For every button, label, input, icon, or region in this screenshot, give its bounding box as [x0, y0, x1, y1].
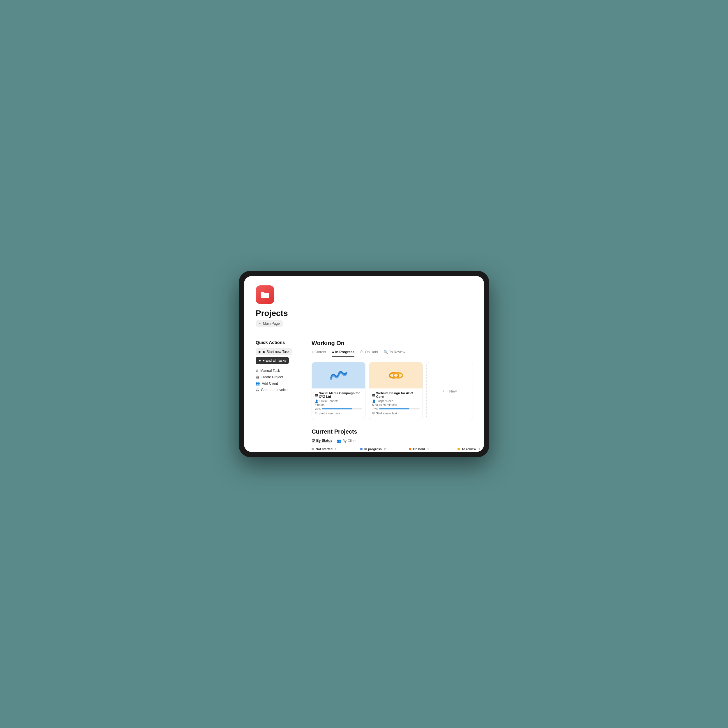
task-icon: ☑	[315, 412, 317, 415]
card-title-social: ▤ Social Media Campaign for XYZ Ltd	[315, 392, 362, 398]
working-on-cards: ▤ Social Media Campaign for XYZ Ltd 👤 Ol…	[312, 362, 484, 420]
card-progress-label-social: 75%	[315, 407, 362, 411]
card-time-website: 5 hours 30 minutes	[372, 403, 420, 407]
create-project-item[interactable]: ▤ Create Project	[256, 375, 302, 379]
status-icon: ⏱	[312, 439, 315, 443]
tab-current[interactable]: ↓ Current	[312, 350, 326, 357]
progress-bar-social	[322, 408, 362, 410]
card-image-rings	[369, 362, 422, 388]
coil-illustration	[329, 367, 349, 384]
add-client-item[interactable]: 👥 Add Client	[256, 381, 302, 385]
progress-bar-website	[379, 408, 420, 410]
quick-action-menu: ⊕ Manual Task ▤ Create Project 👥 Add Cli…	[256, 369, 302, 392]
play-icon: ▶	[258, 350, 261, 354]
tab-in-progress[interactable]: ● In Progress	[332, 350, 354, 357]
user-icon2: 👤	[372, 399, 376, 403]
invoice-icon: 🖨	[256, 388, 259, 392]
user-icon: 👤	[315, 399, 318, 403]
search-icon: 🔍	[384, 350, 388, 354]
card-progress-label-website: 75%	[372, 407, 420, 411]
card-assignee-website: 👤 Jasper Reed	[372, 399, 420, 403]
new-card-button[interactable]: + + New	[426, 362, 473, 420]
sub-tab-by-status[interactable]: ⏱ By Status	[312, 439, 332, 443]
grid-icon: ▤	[256, 375, 259, 379]
main-page-button[interactable]: ← Main Page	[256, 320, 283, 327]
sub-tab-by-client[interactable]: 👥 By Client	[337, 439, 356, 443]
kanban-col-on-hold: On hold 1 ▤ SEO Optimization for Green E…	[409, 447, 454, 452]
card-time-social: 6 hours	[315, 403, 362, 407]
kanban-header-to-review: To review 1	[457, 447, 484, 451]
manual-task-item[interactable]: ⊕ Manual Task	[256, 369, 302, 373]
dot-on-hold	[409, 448, 411, 450]
folder-sm-icon2: ▤	[372, 393, 375, 397]
page-title: Projects	[256, 309, 472, 318]
circle-icon: ●	[332, 350, 334, 354]
tab-on-hold[interactable]: ⏱ On Hold	[360, 350, 378, 357]
app-icon	[256, 285, 274, 304]
end-all-tasks-button[interactable]: ■ ■ End all Tasks	[256, 357, 289, 364]
rings-illustration	[386, 367, 406, 384]
progress-fill-social	[322, 408, 352, 410]
two-column-layout: Quick Actions ▶ ▶ Start new Task ■ ■ End…	[256, 340, 472, 452]
project-card-social-media: ▤ Social Media Campaign for XYZ Ltd 👤 Ol…	[312, 362, 366, 420]
start-new-task-button[interactable]: ▶ ▶ Start new Task	[256, 348, 292, 355]
working-on-tabs: ↓ Current ● In Progress ⏱ On Hold 🔍	[312, 350, 484, 357]
kanban-header-in-progress: In progress 2	[360, 447, 405, 451]
dot-to-review	[457, 448, 460, 450]
content-area: Projects ← Main Page Quick Actions ▶ ▶ S…	[244, 276, 484, 452]
stop-icon: ■	[258, 358, 261, 362]
generate-invoice-item[interactable]: 🖨 Generate Invoice	[256, 388, 302, 392]
dot-not-started	[312, 448, 314, 450]
current-projects-title: Current Projects	[312, 428, 484, 435]
quick-actions-title: Quick Actions	[256, 340, 302, 345]
kanban-header-on-hold: On hold 1	[409, 447, 454, 451]
client-icon: 👥	[337, 439, 341, 443]
main-content: Working On ↓ Current ● In Progress ⏱ On	[312, 340, 484, 452]
task-icon2: ☑	[372, 412, 375, 415]
kanban-header-not-started: Not started 1	[312, 447, 357, 451]
sub-tabs: ⏱ By Status 👥 By Client	[312, 439, 484, 443]
current-projects-section: Current Projects ⏱ By Status 👥 By Client	[312, 428, 484, 452]
dot-in-progress	[360, 448, 362, 450]
card-body-social: ▤ Social Media Campaign for XYZ Ltd 👤 Ol…	[312, 388, 365, 418]
kanban-col-not-started: Not started 1 ▤ Mobile App Development f…	[312, 447, 357, 452]
card-title-website: ▤ Website Design for ABC Corp	[372, 392, 420, 398]
sidebar: Quick Actions ▶ ▶ Start new Task ■ ■ End…	[256, 340, 302, 452]
plus-icon: +	[443, 389, 445, 393]
card-body-website: ▤ Website Design for ABC Corp 👤 Jasper R…	[369, 388, 422, 418]
screen: Projects ← Main Page Quick Actions ▶ ▶ S…	[244, 276, 484, 452]
users-icon: 👥	[256, 381, 260, 385]
card-image-coil	[312, 362, 365, 388]
clock-icon: ⏱	[360, 350, 364, 354]
plus-circle-icon: ⊕	[256, 369, 258, 373]
working-on-title: Working On	[312, 340, 484, 347]
project-card-website: ▤ Website Design for ABC Corp 👤 Jasper R…	[369, 362, 423, 420]
primary-buttons: ▶ ▶ Start new Task ■ ■ End all Tasks	[256, 348, 302, 364]
card-action-website[interactable]: ☑ Start a new Task	[372, 412, 420, 415]
kanban-board: Not started 1 ▤ Mobile App Development f…	[312, 447, 484, 452]
progress-fill-website	[379, 408, 410, 410]
tab-to-review[interactable]: 🔍 To Review	[384, 350, 405, 357]
card-action-social[interactable]: ☑ Start a new Task	[315, 412, 362, 415]
kanban-col-to-review: To review 1 ▤ Video Editing for Event Hi…	[457, 447, 484, 452]
download-icon: ↓	[312, 350, 314, 354]
device-frame: Projects ← Main Page Quick Actions ▶ ▶ S…	[239, 271, 489, 457]
card-assignee-social: 👤 Olivia Bennett	[315, 399, 362, 403]
folder-sm-icon: ▤	[315, 393, 318, 397]
folder-icon	[260, 289, 270, 300]
kanban-col-in-progress: In progress 2 ▤ Social Media Campaign fo…	[360, 447, 405, 452]
